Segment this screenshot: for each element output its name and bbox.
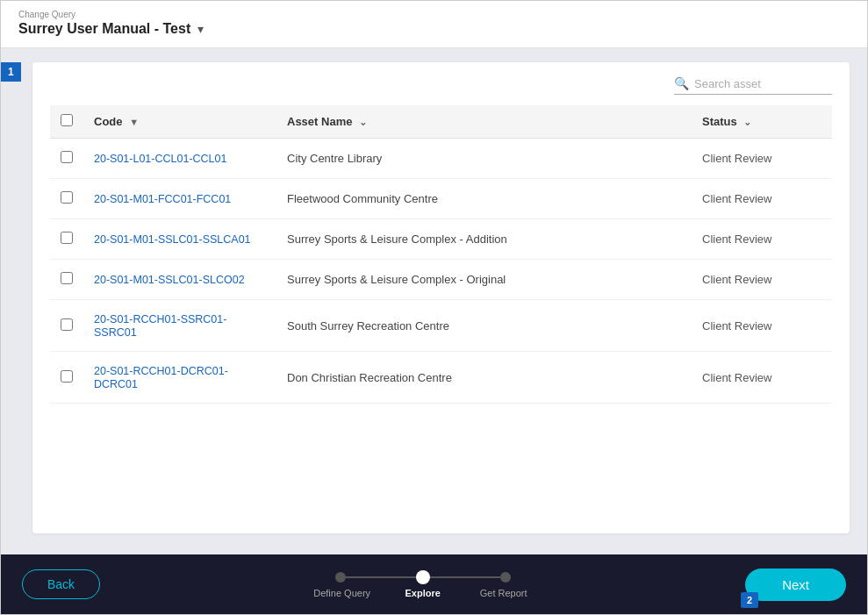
query-selector[interactable]: Surrey User Manual - Test ▾: [18, 21, 850, 37]
row-status: Client Review: [692, 260, 832, 300]
step-dot-3: [500, 572, 511, 583]
row-code: 20-S01-RCCH01-DCRC01-DCRC01: [83, 352, 276, 404]
row-code: 20-S01-M01-SSLC01-SSLCA01: [83, 219, 276, 260]
sort-arrow-status: ⌄: [743, 117, 751, 128]
step-label-report: Get Report: [463, 588, 544, 598]
code-link[interactable]: 20-S01-RCCH01-DCRC01-DCRC01: [94, 365, 228, 390]
th-checkbox: [50, 105, 83, 139]
row-asset-name: Surrey Sports & Leisure Complex - Additi…: [276, 219, 692, 260]
row-asset-name: City Centre Library: [276, 139, 692, 179]
back-button[interactable]: Back: [22, 569, 100, 599]
next-button-wrapper: Next 2: [745, 569, 846, 601]
row-status: Client Review: [692, 352, 832, 404]
footer-bar: Back Define Query Explore Get Report Nex…: [1, 554, 867, 614]
change-query-label: Change Query: [18, 10, 850, 19]
th-status[interactable]: Status ⌄: [692, 105, 832, 139]
row-checkbox-cell: [50, 352, 83, 404]
row-checkbox[interactable]: [61, 232, 73, 244]
row-checkbox-cell: [50, 219, 83, 260]
code-link[interactable]: 20-S01-M01-SSLC01-SLCO02: [94, 274, 245, 286]
stepper: Define Query Explore Get Report: [302, 570, 544, 598]
row-asset-name: Fleetwood Community Centre: [276, 179, 692, 219]
table-row: 20-S01-M01-SSLC01-SLCO02 Surrey Sports &…: [50, 260, 832, 300]
row-checkbox[interactable]: [61, 191, 73, 204]
row-checkbox[interactable]: [61, 151, 73, 163]
code-link[interactable]: 20-S01-RCCH01-SSRC01-SSRC01: [94, 313, 226, 339]
row-status: Client Review: [692, 300, 832, 352]
table-row: 20-S01-M01-SSLC01-SSLCA01 Surrey Sports …: [50, 219, 832, 260]
row-status: Client Review: [692, 179, 832, 219]
search-input-wrapper: 🔍: [674, 76, 832, 95]
badge-2: 2: [741, 592, 758, 608]
main-container: Change Query Surrey User Manual - Test ▾…: [0, 0, 868, 615]
step-badge-1: 1: [1, 62, 21, 82]
table-row: 20-S01-M01-FCC01-FCC01 Fleetwood Communi…: [50, 179, 832, 219]
select-all-checkbox[interactable]: [61, 114, 73, 126]
table-body: 20-S01-L01-CCL01-CCL01 City Centre Libra…: [50, 139, 832, 404]
stepper-track: [335, 570, 511, 584]
row-checkbox[interactable]: [61, 272, 73, 284]
th-asset-name-label: Asset Name: [287, 115, 352, 128]
row-checkbox[interactable]: [61, 370, 73, 383]
row-status: Client Review: [692, 139, 832, 179]
row-checkbox-cell: [50, 300, 83, 352]
step-dot-2: [416, 570, 430, 584]
row-checkbox-cell: [50, 139, 83, 179]
search-input[interactable]: [694, 77, 832, 90]
table-header-row: Code ▼ Asset Name ⌄ Status ⌄: [50, 105, 832, 139]
table-row: 20-S01-L01-CCL01-CCL01 City Centre Libra…: [50, 139, 832, 179]
th-code[interactable]: Code ▼: [83, 105, 276, 139]
code-link[interactable]: 20-S01-M01-SSLC01-SSLCA01: [94, 233, 251, 246]
asset-table: Code ▼ Asset Name ⌄ Status ⌄: [50, 105, 832, 404]
row-checkbox-cell: [50, 260, 83, 300]
step-label-explore: Explore: [383, 588, 463, 598]
white-card: 🔍 Code ▼ Asset: [32, 62, 850, 533]
code-link[interactable]: 20-S01-L01-CCL01-CCL01: [94, 153, 226, 165]
search-bar-row: 🔍: [50, 76, 832, 95]
row-status: Client Review: [692, 219, 832, 260]
query-title: Surrey User Manual - Test: [18, 21, 190, 37]
row-asset-name: Surrey Sports & Leisure Complex - Origin…: [276, 260, 692, 300]
stepper-labels: Define Query Explore Get Report: [302, 588, 544, 598]
table-row: 20-S01-RCCH01-DCRC01-DCRC01 Don Christia…: [50, 352, 832, 404]
row-code: 20-S01-M01-SSLC01-SLCO02: [83, 260, 276, 300]
table-row: 20-S01-RCCH01-SSRC01-SSRC01 South Surrey…: [50, 300, 832, 352]
step-line-1: [346, 576, 416, 578]
step-dot-1: [335, 572, 346, 583]
chevron-down-icon: ▾: [197, 22, 204, 36]
step-line-2: [430, 576, 500, 578]
row-code: 20-S01-M01-FCC01-FCC01: [83, 179, 276, 219]
row-asset-name: Don Christian Recreation Centre: [276, 352, 692, 404]
row-checkbox-cell: [50, 179, 83, 219]
step-label-define: Define Query: [302, 588, 383, 598]
sort-arrow-code: ▼: [129, 117, 139, 127]
th-status-label: Status: [702, 115, 737, 128]
row-asset-name: South Surrey Recreation Centre: [276, 300, 692, 352]
next-button[interactable]: Next: [745, 569, 846, 601]
code-link[interactable]: 20-S01-M01-FCC01-FCC01: [94, 193, 231, 205]
th-code-label: Code: [94, 115, 123, 128]
search-icon: 🔍: [674, 76, 689, 90]
row-checkbox[interactable]: [61, 318, 73, 331]
header-bar: Change Query Surrey User Manual - Test ▾: [1, 1, 867, 48]
row-code: 20-S01-L01-CCL01-CCL01: [83, 139, 276, 179]
th-asset-name[interactable]: Asset Name ⌄: [276, 105, 692, 139]
row-code: 20-S01-RCCH01-SSRC01-SSRC01: [83, 300, 276, 352]
sort-arrow-name: ⌄: [359, 117, 367, 128]
content-area: 1 🔍 Code ▼: [1, 48, 867, 554]
